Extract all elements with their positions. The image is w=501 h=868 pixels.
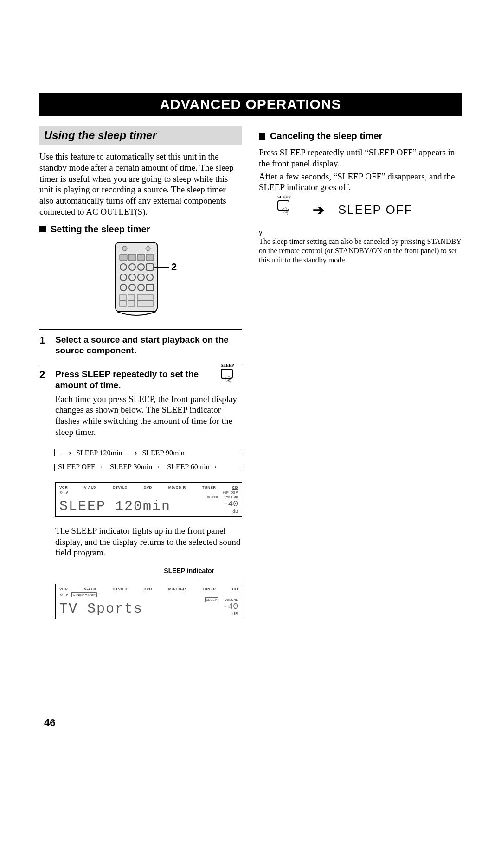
panel-volume-2: -40	[205, 602, 238, 612]
chapter-banner: ADVANCED OPERATIONS	[39, 93, 462, 116]
svg-rect-21	[128, 295, 135, 300]
step-1-title: Select a source and start playback on th…	[55, 334, 242, 357]
step-2-body: Each time you press SLEEP, the front pan…	[55, 394, 242, 438]
svg-rect-22	[128, 301, 135, 306]
two-column-layout: Using the sleep timer Use this feature t…	[39, 126, 462, 630]
panel-volume: -40	[207, 500, 238, 509]
setting-subhead: Setting the sleep timer	[39, 224, 242, 235]
svg-rect-4	[128, 254, 136, 261]
page-number: 46	[44, 717, 55, 729]
display-panel-sleep: VCR V-AUX DTV/LD DVD MD/CD-R TUNER CD ⟲⬈…	[55, 482, 242, 517]
cancel-subhead: Canceling the sleep timer	[259, 131, 462, 141]
cancel-subhead-text: Canceling the sleep timer	[270, 131, 382, 141]
remote-callout-number: 2	[171, 261, 177, 273]
note-body: The sleep timer setting can also be canc…	[259, 237, 462, 265]
section-title: Using the sleep timer	[39, 126, 242, 145]
svg-rect-20	[120, 301, 126, 306]
panel1-main-text: SLEEP 120min	[59, 498, 203, 514]
square-bullet-icon	[259, 133, 265, 140]
cancel-body-1: Press SLEEP repeatedly until “SLEEP OFF”…	[259, 147, 462, 169]
svg-rect-3	[120, 254, 127, 261]
svg-point-1	[122, 246, 127, 251]
svg-rect-24	[137, 301, 153, 306]
svg-point-2	[146, 246, 150, 251]
right-column: Canceling the sleep timer Press SLEEP re…	[259, 126, 462, 630]
manual-page: ADVANCED OPERATIONS Using the sleep time…	[0, 0, 501, 658]
square-bullet-icon	[39, 226, 46, 232]
step-2-title: Press SLEEP repeatedly to set the amount…	[55, 369, 242, 391]
after-panel1-text: The SLEEP indicator lights up in the fro…	[55, 525, 242, 558]
sleep-indicator-label: SLEEP indicator	[55, 567, 242, 574]
remote-illustration: 2	[39, 240, 242, 321]
sleep-button-icon: SLEEP ☟	[277, 200, 299, 219]
arrow-right-icon: ➔	[313, 202, 324, 218]
svg-rect-19	[120, 295, 126, 300]
svg-rect-6	[146, 254, 154, 261]
step-2-number: 2	[39, 369, 50, 625]
step-1: 1 Select a source and start playback on …	[39, 329, 242, 364]
step-1-number: 1	[39, 334, 50, 359]
panel2-main-text: TV Sports	[59, 601, 201, 617]
display-panel-program: VCR V-AUX DTV/LD DVD MD/CD-R TUNER CD ⟲⬈…	[55, 584, 242, 619]
sleep-cycle-diagram: SLEEP 120min SLEEP 90min SLEEP OFF SLEEP…	[55, 446, 242, 474]
left-column: Using the sleep timer Use this feature t…	[39, 126, 242, 630]
sleep-off-text: SLEEP OFF	[338, 203, 413, 217]
sleep-button-icon-small: SLEEP ☟	[221, 369, 242, 387]
cancel-body-2: After a few seconds, “SLEEP OFF” disappe…	[259, 171, 462, 193]
svg-rect-5	[137, 254, 145, 261]
setting-subhead-text: Setting the sleep timer	[51, 224, 150, 235]
step-2: 2 SLEEP ☟ Press SLEEP repeatedly to set …	[39, 364, 242, 630]
intro-text: Use this feature to automatically set th…	[39, 151, 242, 217]
note-marker: y	[259, 228, 462, 236]
sleep-off-diagram: SLEEP ☟ ➔ SLEEP OFF	[277, 200, 462, 219]
svg-rect-23	[137, 295, 153, 300]
